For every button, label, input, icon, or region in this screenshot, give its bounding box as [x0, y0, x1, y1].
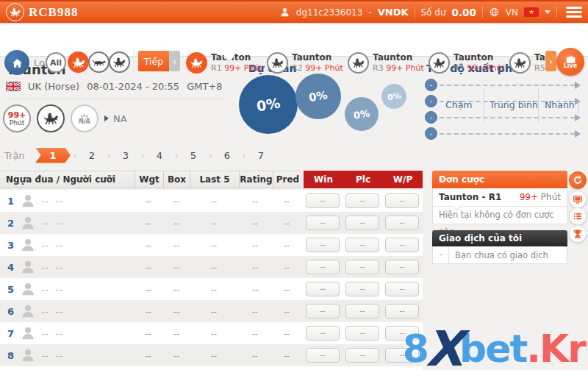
jockey-name: --: [56, 218, 63, 228]
start-speed-lanes: - - - -: [425, 77, 582, 141]
scroll-left-button[interactable]: ‹: [169, 51, 180, 71]
divider: [133, 49, 134, 76]
plc-odds-button[interactable]: --: [345, 282, 379, 296]
cell-wgt: --: [135, 263, 162, 272]
logo-horse-icon: [6, 3, 24, 21]
race-nav-item[interactable]: Taunton R5 99+ Phút: [509, 52, 545, 74]
cell-wgt: --: [135, 196, 162, 206]
race-tab[interactable]: 4: [147, 150, 172, 161]
results-button[interactable]: [569, 225, 587, 243]
speed-lane-track: [440, 117, 575, 118]
win-odds-button[interactable]: --: [306, 216, 340, 230]
win-odds-button[interactable]: --: [306, 260, 340, 274]
sport-harness-button[interactable]: [109, 51, 130, 73]
plc-odds-button[interactable]: --: [345, 348, 379, 363]
speed-lane: -: [425, 93, 582, 109]
live-button[interactable]: Live: [556, 48, 584, 76]
prediction-bubble[interactable]: 0%: [345, 97, 379, 131]
wp-odds-button[interactable]: --: [385, 216, 419, 230]
logo-text: RCB988: [29, 5, 78, 20]
prediction-bubble[interactable]: 0%: [239, 75, 298, 134]
horse-name: --: [42, 218, 49, 228]
win-odds-button[interactable]: --: [306, 304, 340, 319]
plc-odds-button[interactable]: --: [345, 260, 379, 274]
cell-pred: --: [273, 329, 300, 338]
race-country: UK (Horse): [28, 81, 79, 92]
cell-pred: --: [273, 351, 300, 360]
refresh-button[interactable]: [569, 171, 587, 189]
race-countdown: 99+ Phút: [386, 63, 424, 73]
prediction-bubble[interactable]: 0%: [381, 84, 406, 109]
vietnam-flag-icon[interactable]: ★: [524, 7, 539, 17]
speed-lane-track: [440, 133, 575, 135]
divider: [482, 7, 483, 18]
refresh-icon: [573, 175, 583, 185]
currency-code[interactable]: VNDK: [378, 7, 409, 18]
column-pred: Pred: [273, 171, 302, 188]
plc-odds-button[interactable]: --: [345, 238, 379, 252]
live-stream-button[interactable]: [569, 191, 587, 208]
wp-odds-button[interactable]: --: [385, 282, 419, 296]
column-box: Box: [163, 171, 190, 188]
race-tab[interactable]: 2: [79, 150, 104, 161]
language-caret-icon[interactable]: [545, 10, 551, 14]
cell-wgt: --: [135, 218, 162, 228]
runner-number: 2: [7, 218, 14, 229]
runner-number: 6: [7, 306, 14, 317]
sport-greyhound-button[interactable]: [88, 51, 110, 73]
cell-wgt: --: [135, 307, 162, 316]
jockey-avatar: [20, 303, 36, 319]
cell-rating: --: [242, 241, 268, 250]
filter-all-button[interactable]: All: [46, 52, 66, 73]
race-tab[interactable]: 1: [35, 148, 71, 163]
bet-slip-race-row[interactable]: Taunton - R1 99+ Phút: [433, 188, 567, 207]
username[interactable]: dg11c2336013: [296, 7, 363, 18]
next-race-button[interactable]: Tiếp: [138, 51, 169, 71]
jockey-avatar: [20, 325, 36, 341]
table-row: 7 -- -- -- -- -- -- -- -- -- --: [0, 322, 423, 344]
win-odds-button[interactable]: --: [306, 193, 340, 208]
race-nav-item[interactable]: Taunton R2 99+ Phút: [267, 52, 348, 74]
plc-odds-button[interactable]: --: [345, 326, 379, 341]
table-row: 6 -- -- -- -- -- -- -- -- -- --: [0, 300, 423, 322]
language-label[interactable]: VN: [506, 7, 518, 18]
scroll-right-button[interactable]: ›: [545, 51, 556, 71]
race-countdown: 99+ Phút: [224, 63, 262, 73]
site-watermark: 8Xbet.Kr: [403, 324, 585, 370]
bet-list-button[interactable]: [569, 207, 587, 225]
race-tab[interactable]: 7: [248, 150, 273, 161]
logo[interactable]: RCB988: [6, 3, 78, 21]
win-odds-button[interactable]: --: [306, 326, 340, 341]
wp-odds-button[interactable]: --: [385, 193, 419, 208]
race-tab[interactable]: 6: [215, 150, 240, 161]
speed-lane: -: [425, 125, 582, 141]
race-tab[interactable]: 3: [113, 150, 138, 161]
runner-number: 5: [7, 284, 14, 295]
balance-value[interactable]: 0.00: [452, 7, 476, 18]
sport-horse-button[interactable]: [68, 51, 89, 73]
wp-odds-button[interactable]: --: [385, 304, 419, 319]
horse-name: --: [42, 241, 49, 250]
menu-button[interactable]: [566, 7, 582, 18]
win-odds-button[interactable]: --: [306, 348, 340, 363]
win-odds-button[interactable]: --: [306, 282, 340, 296]
cell-rating: --: [242, 263, 268, 272]
wp-odds-button[interactable]: --: [385, 260, 419, 274]
race-horse-icon: [509, 52, 531, 74]
prediction-bubble[interactable]: 0%: [295, 74, 341, 119]
plc-odds-button[interactable]: --: [345, 216, 379, 230]
win-odds-button[interactable]: --: [306, 238, 340, 252]
race-nav-item[interactable]: Taunton R3 99+ Phút: [348, 52, 429, 74]
plc-odds-button[interactable]: --: [345, 304, 379, 319]
race-tab[interactable]: 5: [181, 150, 206, 161]
cell-pred: --: [273, 218, 300, 228]
cell-last5: --: [201, 351, 227, 360]
wp-odds-button[interactable]: --: [385, 238, 419, 252]
race-track-name: Taunton: [373, 52, 412, 63]
top-bar: RCB988 dg11c2336013 - VNDK Số dư 0.00 VN…: [0, 0, 588, 23]
odds-table-header: Win Plc W/P: [304, 171, 423, 188]
race-nav-item[interactable]: Taunton R4 99+ Phút: [429, 52, 509, 74]
home-button[interactable]: [4, 50, 29, 75]
plc-odds-button[interactable]: --: [345, 193, 379, 208]
cell-pred: --: [273, 285, 300, 294]
